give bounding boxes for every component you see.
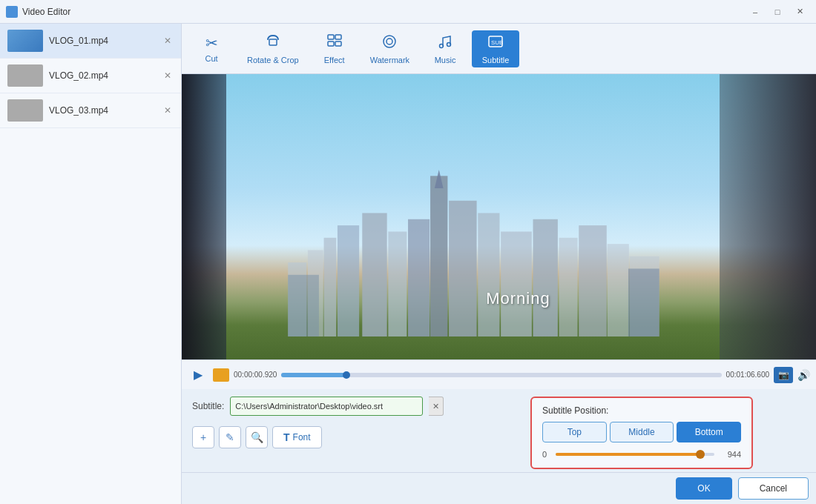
search-subtitle-button[interactable]: 🔍 bbox=[246, 426, 268, 448]
svg-rect-13 bbox=[323, 238, 336, 336]
screenshot-button[interactable]: 📷 bbox=[774, 367, 793, 383]
music-icon bbox=[437, 33, 453, 53]
timeline-progress bbox=[281, 373, 347, 377]
subtitle-position-panel: Subtitle Position: Top Middle Bottom 0 bbox=[530, 397, 753, 469]
svg-rect-1 bbox=[328, 35, 334, 39]
thumbnail-2 bbox=[7, 99, 43, 122]
subtitle-label: Subtitle bbox=[482, 56, 510, 64]
volume-button[interactable]: 🔊 bbox=[797, 369, 810, 381]
app-title: Video Editor bbox=[22, 7, 70, 17]
minimize-button[interactable]: – bbox=[745, 4, 766, 19]
rotate-label: Rotate & Crop bbox=[247, 56, 299, 64]
position-buttons: Top Middle Bottom bbox=[542, 422, 741, 442]
playback-bar: ▶ 00:00:00.920 00:01:06.600 📷 🔊 bbox=[182, 359, 816, 389]
svg-rect-22 bbox=[501, 231, 532, 336]
svg-rect-0 bbox=[269, 39, 277, 45]
video-right-overlay bbox=[720, 74, 816, 359]
clear-subtitle-button[interactable]: ✕ bbox=[429, 397, 444, 416]
sidebar-item-0[interactable]: VLOG_01.mp4 ✕ bbox=[0, 24, 181, 59]
subtitle-input-row: Subtitle: ✕ bbox=[192, 397, 519, 416]
position-middle-button[interactable]: Middle bbox=[610, 422, 674, 442]
font-icon: T bbox=[283, 431, 290, 443]
svg-rect-3 bbox=[328, 42, 334, 46]
slider-fill bbox=[556, 453, 703, 456]
content-area: ✂ Cut Rotate & Crop bbox=[182, 24, 816, 504]
svg-rect-21 bbox=[478, 213, 499, 336]
music-button[interactable]: Music bbox=[421, 30, 469, 67]
svg-rect-4 bbox=[335, 42, 341, 46]
slider-min-label: 0 bbox=[542, 450, 550, 459]
watermark-button[interactable]: Watermark bbox=[361, 30, 418, 67]
cut-icon: ✂ bbox=[205, 34, 218, 52]
position-bottom-button[interactable]: Bottom bbox=[677, 422, 741, 442]
font-button[interactable]: T Font bbox=[272, 426, 322, 448]
rotate-crop-button[interactable]: Rotate & Crop bbox=[238, 30, 308, 67]
svg-rect-17 bbox=[362, 213, 386, 336]
video-canvas: Morning bbox=[182, 74, 816, 359]
remove-file-0[interactable]: ✕ bbox=[162, 35, 174, 47]
restore-button[interactable]: □ bbox=[767, 4, 788, 19]
watermark-label: Watermark bbox=[370, 56, 409, 64]
add-subtitle-button[interactable]: + bbox=[192, 426, 214, 448]
timeline[interactable] bbox=[281, 373, 721, 377]
video-overlay-text: Morning bbox=[486, 289, 550, 308]
pos-panel-title: Subtitle Position: bbox=[542, 405, 741, 416]
svg-rect-26 bbox=[607, 244, 628, 336]
position-slider-row: 0 944 bbox=[542, 448, 741, 460]
subtitle-actions-row: + ✎ 🔍 T Font bbox=[192, 426, 519, 448]
subtitle-file-input[interactable] bbox=[230, 397, 423, 416]
sidebar-item-1[interactable]: VLOG_02.mp4 ✕ bbox=[0, 59, 181, 93]
effect-label: Effect bbox=[324, 56, 345, 64]
ok-button[interactable]: OK bbox=[676, 477, 731, 500]
position-slider[interactable] bbox=[556, 448, 714, 460]
video-left-overlay bbox=[182, 74, 226, 359]
toolbar: ✂ Cut Rotate & Crop bbox=[182, 24, 816, 74]
slider-max-label: 944 bbox=[720, 450, 741, 459]
cut-button[interactable]: ✂ Cut bbox=[188, 31, 235, 66]
subtitle-button[interactable]: SUB Subtitle bbox=[472, 30, 519, 67]
file-list: VLOG_01.mp4 ✕ VLOG_02.mp4 ✕ VLOG_03.mp4 … bbox=[0, 24, 182, 504]
svg-rect-23 bbox=[533, 219, 557, 336]
svg-rect-15 bbox=[430, 176, 447, 336]
svg-rect-2 bbox=[335, 35, 341, 39]
svg-text:SUB: SUB bbox=[491, 39, 503, 46]
buildings-svg bbox=[226, 151, 721, 336]
footer-bar: OK Cancel bbox=[182, 472, 816, 504]
filename-0: VLOG_01.mp4 bbox=[49, 36, 162, 46]
filename-1: VLOG_02.mp4 bbox=[49, 70, 162, 81]
slider-thumb bbox=[696, 450, 705, 459]
app-icon bbox=[6, 6, 18, 18]
rotate-icon bbox=[265, 33, 281, 53]
svg-rect-25 bbox=[579, 225, 607, 336]
play-button[interactable]: ▶ bbox=[188, 365, 208, 385]
sidebar-item-2[interactable]: VLOG_03.mp4 ✕ bbox=[0, 93, 181, 128]
svg-rect-14 bbox=[338, 225, 359, 336]
svg-point-5 bbox=[384, 36, 395, 47]
remove-file-1[interactable]: ✕ bbox=[162, 70, 174, 82]
subtitle-icon: SUB bbox=[487, 33, 504, 53]
thumbnail-1 bbox=[7, 64, 43, 87]
svg-rect-24 bbox=[559, 238, 577, 336]
svg-rect-18 bbox=[388, 231, 407, 336]
title-bar: Video Editor – □ ✕ bbox=[0, 0, 816, 24]
effect-icon bbox=[326, 33, 343, 53]
timeline-thumb bbox=[343, 371, 350, 379]
close-button[interactable]: ✕ bbox=[789, 4, 810, 19]
thumbnail-0 bbox=[7, 30, 43, 52]
time-start: 00:00:00.920 bbox=[234, 371, 277, 379]
music-label: Music bbox=[435, 56, 456, 64]
position-top-button[interactable]: Top bbox=[542, 422, 607, 442]
remove-file-2[interactable]: ✕ bbox=[162, 105, 174, 116]
subtitle-controls-row: Subtitle: ✕ + ✎ 🔍 T Font bbox=[182, 389, 816, 472]
cancel-button[interactable]: Cancel bbox=[738, 477, 809, 500]
font-label: Font bbox=[293, 432, 311, 442]
svg-rect-20 bbox=[449, 201, 477, 337]
video-preview: Morning bbox=[182, 74, 816, 359]
svg-point-8 bbox=[447, 42, 451, 46]
svg-rect-29 bbox=[628, 268, 659, 336]
time-end: 00:01:06.600 bbox=[726, 371, 769, 379]
svg-point-6 bbox=[386, 39, 392, 44]
edit-subtitle-button[interactable]: ✎ bbox=[219, 426, 241, 448]
effect-button[interactable]: Effect bbox=[311, 30, 358, 67]
stop-button[interactable] bbox=[213, 368, 229, 382]
